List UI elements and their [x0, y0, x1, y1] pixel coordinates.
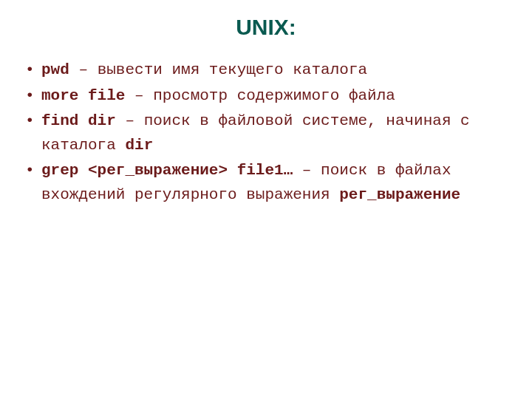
separator: – — [116, 112, 144, 129]
command-name: grep <рег_выражение> file1… — [41, 162, 293, 179]
separator: – — [293, 162, 321, 179]
command-list: pwd – вывести имя текущего каталога more… — [22, 58, 510, 207]
separator: – — [69, 61, 98, 78]
page-title: UNIX: — [22, 15, 510, 40]
list-item: pwd – вывести имя текущего каталога — [22, 58, 510, 83]
list-item: more file – просмотр содержимого файла — [22, 84, 510, 109]
separator: – — [125, 87, 153, 104]
command-desc: вывести имя текущего каталога — [98, 61, 367, 78]
command-name: more file — [41, 87, 125, 104]
list-item: find dir – поиск в файловой системе, нач… — [22, 109, 510, 157]
command-desc: просмотр содержимого файла — [153, 87, 395, 104]
list-item: grep <рег_выражение> file1… – поиск в фа… — [22, 159, 510, 207]
command-arg: рег_выражение — [339, 186, 460, 203]
command-name: find dir — [41, 112, 116, 129]
command-arg: dir — [125, 137, 153, 154]
command-name: pwd — [41, 61, 69, 78]
